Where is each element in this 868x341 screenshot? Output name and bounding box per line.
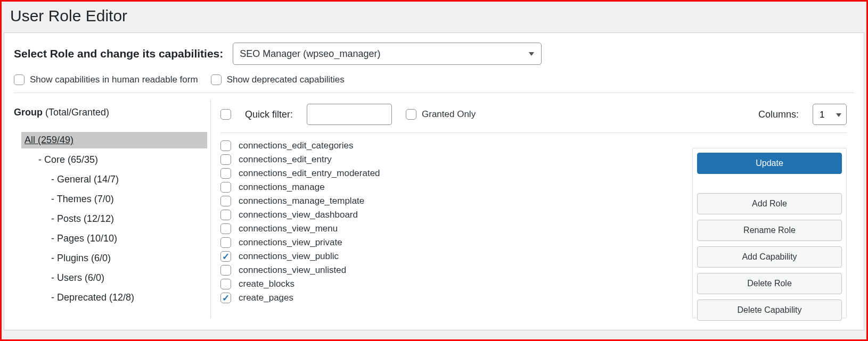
group-tree-item[interactable]: - Plugins (6/0) [48, 250, 207, 267]
capability-label: connections_view_public [239, 251, 339, 262]
app-frame: User Role Editor Select Role and change … [0, 0, 868, 341]
capability-checkbox[interactable] [220, 154, 231, 165]
group-tree: All (259/49)- Core (65/35)- General (14/… [14, 132, 207, 306]
update-button[interactable]: Update [697, 153, 842, 174]
rename-role-button[interactable]: Rename Role [697, 220, 842, 241]
add-capability-button[interactable]: Add Capability [697, 246, 842, 268]
capability-item: create_blocks [220, 279, 682, 289]
capability-label: connections_manage_template [239, 196, 364, 206]
capability-item: connections_view_public [220, 251, 682, 262]
role-select[interactable]: SEO Manager (wpseo_manager) [233, 43, 542, 65]
group-tree-item[interactable]: - Posts (12/12) [48, 211, 207, 227]
capabilities-list: connections_edit_categoriesconnections_e… [220, 140, 682, 303]
capability-label: connections_view_dashboard [239, 210, 358, 220]
columns-select[interactable]: 1 [813, 104, 847, 125]
add-role-button[interactable]: Add Role [697, 193, 842, 214]
capability-item: connections_edit_categories [220, 140, 682, 151]
group-tree-item[interactable]: - Deprecated (12/8) [48, 289, 207, 306]
quick-filter-label: Quick filter: [245, 109, 293, 120]
capability-item: connections_view_private [220, 237, 682, 248]
capability-label: connections_edit_entry_moderated [239, 168, 380, 179]
capability-checkbox[interactable] [220, 196, 231, 206]
capability-label: create_pages [239, 293, 293, 303]
capability-checkbox[interactable] [220, 237, 231, 248]
capability-label: connections_view_menu [239, 223, 338, 234]
group-tree-item[interactable]: - Pages (10/10) [48, 230, 207, 247]
capability-item: connections_view_menu [220, 223, 682, 234]
group-tree-item[interactable]: - Users (6/0) [48, 270, 207, 286]
capability-label: connections_view_unlisted [239, 265, 346, 276]
capability-checkbox[interactable] [220, 265, 231, 276]
options-row: Show capabilities in human readable form… [14, 74, 854, 93]
capability-checkbox[interactable] [220, 182, 231, 193]
capabilities-column: Quick filter: Granted Only Columns: 1 co… [211, 99, 854, 318]
columns-label: Columns: [758, 109, 799, 120]
capability-label: connections_edit_entry [239, 154, 332, 165]
group-header: Group (Total/Granted) [14, 107, 207, 118]
capability-label: connections_edit_categories [239, 140, 353, 151]
role-select-wrap: SEO Manager (wpseo_manager) [233, 43, 542, 65]
group-tree-item[interactable]: - General (14/7) [48, 171, 207, 188]
group-tree-item[interactable]: All (259/49) [21, 132, 207, 148]
granted-only-label: Granted Only [422, 109, 476, 120]
capability-item: connections_manage_template [220, 196, 682, 206]
capability-item: connections_edit_entry_moderated [220, 168, 682, 179]
capability-item: create_pages [220, 293, 682, 303]
quick-filter-input[interactable] [307, 104, 392, 125]
capability-checkbox[interactable] [220, 279, 231, 289]
human-readable-label: Show capabilities in human readable form [30, 74, 198, 85]
editor-panel: Select Role and change its capabilities:… [4, 32, 864, 330]
show-deprecated-label: Show deprecated capabilities [227, 74, 345, 85]
granted-only-checkbox[interactable] [406, 109, 416, 120]
role-select-row: Select Role and change its capabilities:… [14, 43, 854, 65]
capability-checkbox[interactable] [220, 140, 231, 151]
actions-panel: Update Add Role Rename Role Add Capabili… [692, 148, 847, 318]
capability-item: connections_manage [220, 182, 682, 193]
capability-item: connections_edit_entry [220, 154, 682, 165]
select-all-checkbox[interactable] [220, 109, 231, 120]
capability-checkbox[interactable] [220, 168, 231, 179]
filter-row: Quick filter: Granted Only Columns: 1 [220, 99, 847, 133]
capability-checkbox[interactable] [220, 293, 231, 303]
delete-capability-button[interactable]: Delete Capability [697, 300, 842, 321]
page-title: User Role Editor [10, 7, 864, 25]
group-column: Group (Total/Granted) All (259/49)- Core… [14, 99, 211, 318]
select-role-label: Select Role and change its capabilities: [14, 47, 223, 60]
main-grid: Group (Total/Granted) All (259/49)- Core… [14, 99, 854, 318]
capability-label: connections_view_private [239, 237, 342, 248]
capability-label: create_blocks [239, 279, 294, 289]
delete-role-button[interactable]: Delete Role [697, 273, 842, 294]
capability-checkbox[interactable] [220, 223, 231, 234]
capability-item: connections_view_dashboard [220, 210, 682, 220]
group-tree-item[interactable]: - Themes (7/0) [48, 191, 207, 207]
capability-label: connections_manage [239, 182, 325, 193]
capability-checkbox[interactable] [220, 210, 231, 220]
group-tree-item[interactable]: - Core (65/35) [35, 152, 207, 168]
capability-item: connections_view_unlisted [220, 265, 682, 276]
show-deprecated-checkbox[interactable] [211, 74, 222, 85]
capability-checkbox[interactable] [220, 251, 231, 262]
human-readable-checkbox[interactable] [14, 74, 24, 85]
